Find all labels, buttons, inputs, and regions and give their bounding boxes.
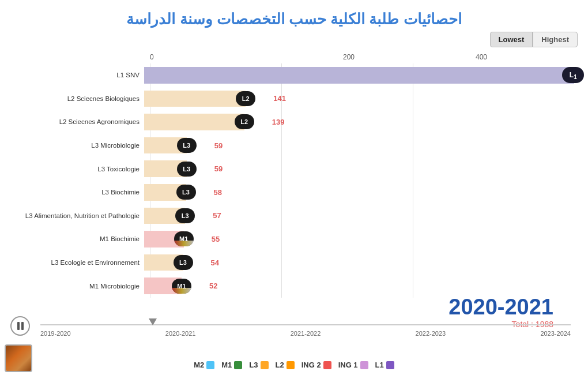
legend-dot [323, 361, 331, 369]
x-label-400: 400 [415, 53, 548, 61]
timeline-year-2: 2021-2022 [291, 330, 321, 337]
bar-value: 58 [201, 188, 222, 197]
bar-label: L3 Alimentation, Nutrition et Pathologie [0, 212, 144, 219]
bar-row: L3 Microbiologie L3 59 [0, 134, 576, 158]
bar-row: L2 Sciecnes Biologiques L2 141 [0, 87, 576, 111]
legend-label: L2 [276, 361, 284, 369]
x-axis: 0 200 400 [150, 53, 548, 61]
bar-fill: L3 [144, 184, 186, 200]
legend-label: L1 [375, 361, 384, 369]
bar-fill: M1 [144, 231, 184, 247]
legend-label: L3 [249, 361, 258, 369]
bar-value: 141 [261, 94, 286, 103]
bar-value: 52 [197, 282, 217, 290]
lowest-button[interactable]: Lowest [490, 32, 533, 47]
bar-row: L3 Toxicologie L3 59 [0, 157, 576, 181]
bar-label: L2 Sciecnes Biologiques [0, 95, 144, 102]
bar-label: L3 Microbiologie [0, 142, 144, 149]
x-label-0: 0 [150, 53, 282, 61]
legend-dot [261, 361, 269, 369]
bar-value: 55 [199, 235, 220, 243]
thumbnail [5, 344, 32, 372]
legend-dot [386, 361, 394, 369]
bar-row: M1 Microbiologie M1 52 [0, 274, 576, 298]
legend-dot [206, 361, 214, 369]
bar-value: 139 [259, 118, 285, 126]
legend-dot [360, 361, 368, 369]
year-big: 2020-2021 [448, 295, 553, 320]
timeline-year-4: 2023-2024 [540, 330, 571, 337]
bar-row: L1 SNV L 1 597 [0, 63, 576, 87]
bar-label: L3 Ecologie et Environnement [0, 259, 144, 266]
legend-label: ING 1 [338, 361, 358, 369]
legend-label: M1 [221, 361, 232, 369]
page-title: احصائيات طلبة الكلية حسب التخصصات وسنة ا… [0, 0, 588, 33]
bar-fill: M1 [144, 278, 182, 294]
bar-row: L2 Sciecnes Agronomiques L2 139 [0, 110, 576, 134]
bar-label: L3 Toxicologie [0, 166, 144, 172]
legend-item-ing1: ING 1 [338, 361, 368, 369]
legend-item-ing2: ING 2 [301, 361, 331, 369]
bar-row: L3 Ecologie et Environnement L3 54 [0, 251, 576, 275]
legend-dot [287, 361, 295, 369]
bars-container: L1 SNV L 1 597L2 Sciecnes Biologiques L2… [150, 63, 545, 298]
bar-fill: L3 [144, 208, 185, 224]
bar-label: L1 SNV [0, 72, 144, 78]
bar-fill: L3 [144, 254, 183, 271]
legend-item-l3: L3 [249, 361, 268, 369]
bar-fill: L3 [144, 160, 187, 177]
bar-row: L3 Biochimie L3 58 [0, 181, 576, 204]
thumbnail-image [6, 346, 31, 371]
timeline-year-0: 2019-2020 [40, 330, 71, 337]
legend-label: ING 2 [301, 361, 321, 369]
bar-row: M1 Biochimie M1 55 [0, 227, 576, 251]
bar-row: L3 Alimentation, Nutrition et Pathologie… [0, 204, 576, 228]
chart-area: 0 200 400 L1 SNV L 1 597L2 Sciecnes Biol… [0, 53, 588, 300]
timeline-year-3: 2022-2023 [416, 330, 446, 337]
timeline: 2019-20202020-20212021-20222022-20232023… [12, 317, 576, 340]
bar-label: M1 Microbiologie [0, 283, 144, 290]
timeline-years: 2019-20202020-20212021-20222022-20232023… [40, 330, 571, 337]
legend: M2M1L3L2ING 2ING 1L1 [0, 361, 588, 369]
highest-button[interactable]: Highest [533, 32, 578, 47]
legend-item-l1: L1 [375, 361, 394, 369]
legend-item-l2: L2 [276, 361, 295, 369]
legend-label: M2 [194, 361, 204, 369]
bar-value: 54 [198, 258, 219, 267]
legend-dot [234, 361, 242, 369]
bar-value: 59 [202, 164, 223, 173]
bar-label: L2 Sciecnes Agronomiques [0, 118, 144, 125]
bar-label: M1 Biochimie [0, 235, 144, 242]
bar-fill: L2 [144, 114, 244, 130]
bar-fill: L2 [144, 91, 246, 107]
bar-value: 59 [202, 141, 223, 150]
bar-fill: L3 [144, 137, 187, 153]
bar-fill: L 1 [144, 67, 574, 83]
toggle-buttons: Lowest Highest [490, 32, 578, 47]
x-label-200: 200 [282, 53, 415, 61]
timeline-active-marker [149, 318, 157, 325]
bar-label: L3 Biochimie [0, 189, 144, 196]
legend-item-m2: M2 [194, 361, 214, 369]
legend-item-m1: M1 [221, 361, 242, 369]
bar-value: 57 [200, 211, 221, 220]
timeline-line [40, 324, 571, 325]
timeline-year-1: 2020-2021 [165, 330, 196, 337]
